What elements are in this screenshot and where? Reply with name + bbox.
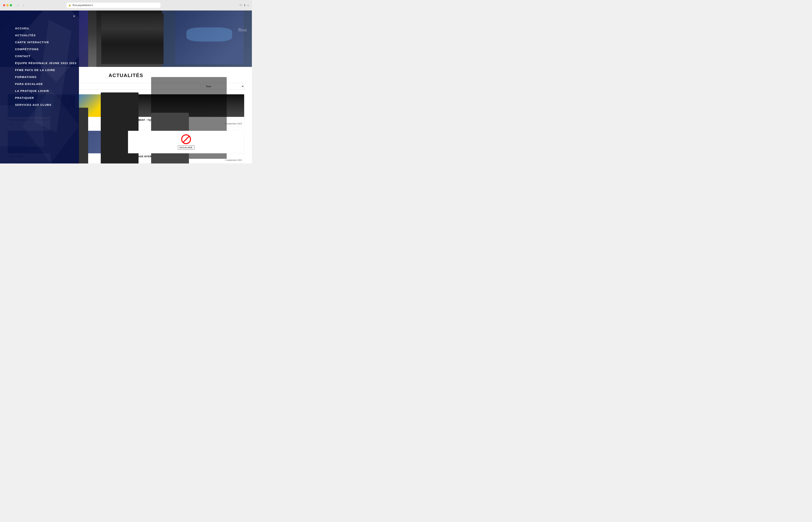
browser-chrome: ‹ › 🔒 ffme-paysdelaloire.fr 🛡 ⬆ + xyxy=(0,0,252,11)
news-date-2: 3 septembre 2023 xyxy=(225,122,242,125)
browser-nav: ‹ › xyxy=(16,3,26,7)
close-traffic-light[interactable] xyxy=(3,4,5,6)
back-button[interactable]: ‹ xyxy=(16,3,20,7)
browser-actions: 🛡 ⬆ + xyxy=(239,4,249,7)
add-tab-icon[interactable]: + xyxy=(247,4,249,7)
nav-item-actualites[interactable]: ACTUALITÉS xyxy=(15,33,79,38)
minimize-traffic-light[interactable] xyxy=(6,4,9,6)
hero-image xyxy=(88,11,252,67)
forward-button[interactable]: › xyxy=(21,3,26,7)
nav-item-services-clubs[interactable]: SERVICES AUX CLUBS xyxy=(15,102,79,107)
nav-item-accueil[interactable]: ACCUEIL xyxy=(15,25,79,31)
nav-item-contact[interactable]: CONTACT xyxy=(15,53,79,59)
nav-item-formations[interactable]: FORMATIONS xyxy=(15,74,79,80)
nav-item-la-pratique[interactable]: LA PRATIQUE LOISIR xyxy=(15,88,79,94)
url-text: ffme-paysdelaloire.fr xyxy=(73,4,93,6)
nav-item-competitons[interactable]: COMPÉTITONS xyxy=(15,46,79,52)
share-icon[interactable]: ⬆ xyxy=(243,4,246,7)
shield-icon: 🛡 xyxy=(239,4,242,7)
nav-item-para-escalade[interactable]: PARA-ESCALADE xyxy=(15,81,79,87)
url-bar[interactable]: 🔒 ffme-paysdelaloire.fr xyxy=(66,3,160,8)
nav-item-carte-interactive[interactable]: CARTE INTERACTIVE xyxy=(15,39,79,45)
nav-menu: ACCUEIL ACTUALITÉS CARTE INTERACTIVE COM… xyxy=(0,11,79,115)
nav-item-equipe-regionale[interactable]: ÉQUIPE RÉGIONALE JEUNE 2022 2023 xyxy=(15,60,79,66)
fullscreen-traffic-light[interactable] xyxy=(10,4,12,6)
news-date-4: 2 septembre 2023 xyxy=(225,159,242,161)
news-image-4: ESCALADE xyxy=(128,131,244,153)
nav-item-ffme-pays[interactable]: FFME PAYS DE LA LOIRE xyxy=(15,67,79,73)
nav-item-pratiquer[interactable]: PRATIQUER xyxy=(15,95,79,101)
nav-overlay: × ACCUEIL ACTUALITÉS CARTE INTERACTIVE C… xyxy=(0,11,79,163)
traffic-lights xyxy=(3,4,12,6)
page: ffme ACTUALITÉS Tous Info Événement Comp… xyxy=(0,11,252,163)
